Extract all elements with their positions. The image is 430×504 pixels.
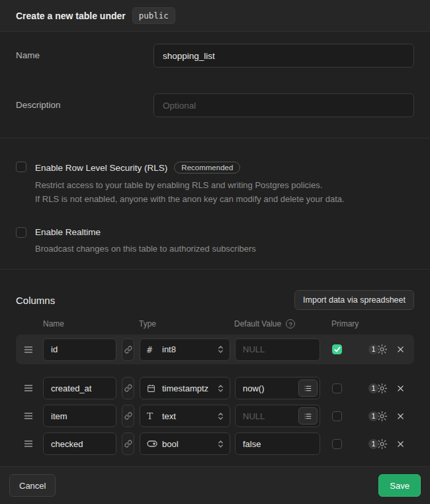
column-settings-button[interactable]: 1 bbox=[368, 438, 388, 450]
recommended-badge: Recommended bbox=[174, 162, 240, 174]
foreign-key-icon[interactable] bbox=[122, 405, 134, 427]
table-details-section: Name Description bbox=[0, 32, 430, 138]
column-type-select[interactable]: T text bbox=[140, 405, 230, 427]
settings-count-badge: 1 bbox=[368, 383, 378, 393]
cancel-button[interactable]: Cancel bbox=[9, 474, 56, 497]
save-button[interactable]: Save bbox=[378, 474, 421, 497]
default-value-field bbox=[235, 377, 320, 399]
chevron-updown-icon bbox=[217, 411, 224, 421]
remove-column-button[interactable] bbox=[396, 384, 405, 393]
column-row-checked: bool 1 bbox=[16, 432, 414, 455]
column-name-input[interactable] bbox=[43, 405, 116, 427]
default-value-input[interactable] bbox=[235, 338, 320, 361]
column-name-input[interactable] bbox=[43, 377, 116, 399]
remove-column-button[interactable] bbox=[396, 345, 405, 354]
schema-badge: public bbox=[132, 7, 175, 24]
default-value-field bbox=[235, 338, 320, 361]
table-description-input[interactable] bbox=[153, 93, 414, 117]
default-value-field bbox=[235, 405, 320, 427]
default-value-menu-button[interactable] bbox=[298, 379, 318, 397]
default-value-menu-button[interactable] bbox=[298, 407, 318, 425]
name-field-row: Name bbox=[16, 44, 414, 68]
create-table-panel: Create a new table under public Name Des… bbox=[0, 0, 430, 504]
toggle-icon bbox=[147, 440, 159, 448]
description-field-row: Description bbox=[16, 93, 414, 117]
drag-handle-icon[interactable] bbox=[24, 412, 33, 420]
column-name-input[interactable] bbox=[43, 432, 116, 455]
primary-checkbox[interactable] bbox=[332, 344, 342, 354]
description-label: Description bbox=[16, 93, 153, 110]
default-value-field bbox=[235, 432, 320, 455]
column-type-select[interactable]: timestamptz bbox=[140, 377, 230, 399]
columns-section: Columns Import data via spreadsheet Name… bbox=[0, 270, 430, 467]
column-type-value: timestamptz bbox=[162, 383, 217, 393]
settings-count-badge: 1 bbox=[368, 344, 378, 354]
rls-option-content: Enable Row Level Security (RLS) Recommen… bbox=[35, 162, 345, 206]
rls-description: Restrict access to your table by enablin… bbox=[35, 178, 345, 206]
table-options-section: Enable Row Level Security (RLS) Recommen… bbox=[0, 138, 430, 270]
remove-column-button[interactable] bbox=[396, 440, 405, 448]
columns-heading: Columns bbox=[16, 295, 55, 306]
name-label: Name bbox=[16, 44, 153, 60]
column-settings-button[interactable]: 1 bbox=[368, 383, 388, 394]
realtime-description: Broadcast changes on this table to autho… bbox=[35, 242, 256, 256]
column-type-value: int8 bbox=[162, 344, 217, 354]
realtime-label: Enable Realtime bbox=[35, 227, 101, 237]
column-row-created-at: timestamptz 1 bbox=[16, 377, 414, 399]
calendar-icon bbox=[147, 384, 159, 393]
help-icon[interactable]: ? bbox=[286, 319, 295, 328]
table-name-input[interactable] bbox=[153, 44, 414, 68]
realtime-option: Enable Realtime Broadcast changes on thi… bbox=[16, 227, 414, 256]
rls-option: Enable Row Level Security (RLS) Recommen… bbox=[16, 162, 414, 206]
realtime-checkbox[interactable] bbox=[16, 227, 26, 238]
primary-checkbox[interactable] bbox=[332, 383, 342, 393]
drag-handle-icon[interactable] bbox=[24, 384, 33, 392]
chevron-updown-icon bbox=[217, 439, 224, 449]
remove-column-button[interactable] bbox=[396, 412, 405, 421]
column-row-id: # int8 1 bbox=[16, 334, 414, 364]
column-type-value: bool bbox=[162, 439, 217, 449]
page-title: Create a new table under bbox=[16, 11, 126, 21]
column-rows: # int8 1 bbox=[16, 334, 414, 455]
column-type-select[interactable]: # int8 bbox=[140, 338, 230, 361]
primary-checkbox[interactable] bbox=[332, 411, 342, 421]
realtime-option-content: Enable Realtime Broadcast changes on thi… bbox=[35, 227, 256, 256]
chevron-updown-icon bbox=[217, 344, 224, 354]
chevron-updown-icon bbox=[217, 383, 224, 393]
header-type: Type bbox=[139, 319, 234, 328]
foreign-key-icon[interactable] bbox=[122, 338, 134, 361]
panel-footer: Cancel Save bbox=[0, 467, 430, 504]
column-name-input[interactable] bbox=[43, 338, 116, 361]
settings-count-badge: 1 bbox=[368, 439, 378, 449]
column-type-value: text bbox=[162, 411, 217, 421]
default-value-input[interactable] bbox=[235, 432, 320, 455]
drag-handle-icon[interactable] bbox=[24, 346, 33, 354]
import-spreadsheet-button[interactable]: Import data via spreadsheet bbox=[294, 290, 414, 310]
rls-label: Enable Row Level Security (RLS) bbox=[35, 163, 167, 173]
header-name: Name bbox=[43, 319, 139, 328]
column-settings-button[interactable]: 1 bbox=[368, 411, 388, 422]
panel-header: Create a new table under public bbox=[0, 0, 430, 32]
text-type-icon: T bbox=[147, 411, 159, 421]
foreign-key-icon[interactable] bbox=[122, 377, 134, 399]
column-settings-button[interactable]: 1 bbox=[368, 344, 388, 355]
header-default-value: Default Value ? bbox=[234, 319, 331, 328]
rls-checkbox[interactable] bbox=[16, 162, 26, 172]
column-type-select[interactable]: bool bbox=[140, 432, 230, 455]
column-row-item: T text 1 bbox=[16, 405, 414, 427]
header-primary: Primary bbox=[331, 319, 359, 328]
primary-checkbox[interactable] bbox=[332, 439, 342, 449]
hash-icon: # bbox=[147, 344, 159, 355]
foreign-key-icon[interactable] bbox=[122, 432, 134, 455]
settings-count-badge: 1 bbox=[368, 411, 378, 421]
columns-header-row: Name Type Default Value ? Primary bbox=[16, 319, 414, 329]
drag-handle-icon[interactable] bbox=[24, 440, 33, 448]
